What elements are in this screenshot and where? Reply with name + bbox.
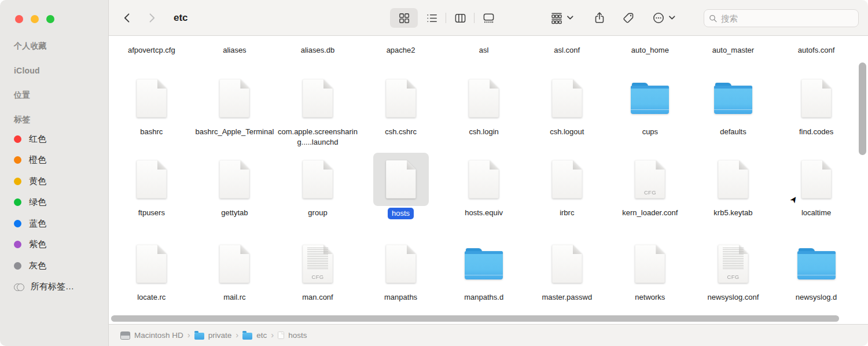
search-icon — [709, 14, 718, 23]
folded-corner-icon — [240, 79, 249, 89]
file-name: localtime — [801, 208, 831, 218]
file-item[interactable]: CFGman.conf — [276, 228, 359, 312]
file-name-text: csh.logout — [550, 127, 584, 136]
file-item[interactable]: master.passwd — [525, 228, 609, 312]
file-item[interactable]: manpaths.d — [442, 228, 525, 312]
file-item[interactable]: bashrc_Apple_Terminal — [193, 57, 277, 148]
file-item[interactable]: csh.cshrc — [359, 57, 443, 148]
search-input[interactable] — [721, 14, 854, 23]
file-icon — [801, 79, 832, 117]
file-item[interactable]: csh.login — [442, 57, 525, 148]
document-text-lines — [723, 248, 744, 270]
file-icon-wrap — [359, 237, 443, 290]
file-item[interactable]: krb5.keytab — [692, 143, 775, 228]
sidebar-section-icloud[interactable]: iCloud — [14, 66, 40, 75]
sidebar-tag-item[interactable]: 黄色 — [0, 171, 108, 192]
file-name: csh.cshrc — [385, 127, 417, 137]
file-name: master.passwd — [542, 292, 592, 303]
sidebar-tag-item[interactable]: 灰色 — [0, 255, 108, 277]
file-item[interactable]: com.apple.screensharing.....launchd — [276, 57, 359, 148]
sidebar-section-tags[interactable]: 标签 — [14, 115, 30, 125]
breadcrumb-item[interactable]: Macintosh HD — [120, 331, 183, 340]
folded-corner-icon — [573, 245, 582, 254]
file-name-text: aliases.db — [301, 46, 335, 54]
tag-color-dot-icon — [14, 198, 21, 206]
file-icon — [303, 79, 333, 117]
sidebar-tag-item[interactable]: 蓝色 — [0, 213, 108, 234]
search-field — [704, 9, 859, 27]
file-item[interactable]: CFGkern_loader.conf — [609, 143, 692, 228]
file-name: csh.login — [469, 127, 499, 137]
file-item[interactable]: ➤localtime — [775, 143, 858, 228]
icon-view-button[interactable] — [390, 8, 418, 28]
tag-label: 蓝色 — [29, 218, 46, 229]
file-item[interactable]: manpaths — [359, 228, 443, 312]
folder-body — [465, 251, 503, 279]
file-item[interactable]: auto_home — [609, 36, 692, 57]
file-item[interactable]: aliases — [193, 36, 277, 57]
column-view-button[interactable] — [446, 8, 474, 28]
close-button[interactable] — [15, 15, 23, 23]
breadcrumb-item[interactable]: etc — [242, 331, 267, 340]
file-item[interactable]: irbrc — [525, 143, 609, 228]
tags-button[interactable] — [617, 8, 640, 28]
file-item[interactable]: cups — [609, 57, 692, 148]
horizontal-scrollbar[interactable] — [111, 315, 839, 322]
sidebar-section-favorites[interactable]: 个人收藏 — [14, 41, 47, 51]
sidebar-tag-item[interactable]: 红色 — [0, 128, 108, 150]
folded-corner-icon — [240, 245, 249, 254]
file-item[interactable]: aliases.db — [276, 36, 359, 57]
sidebar-tag-item[interactable]: 绿色 — [0, 192, 108, 214]
file-icon: CFG — [718, 245, 748, 283]
file-item[interactable]: locate.rc — [110, 228, 193, 312]
back-chevron-icon — [122, 12, 133, 24]
folded-corner-icon — [822, 160, 832, 170]
file-item[interactable]: group — [276, 143, 359, 228]
folded-corner-icon — [822, 79, 832, 89]
list-view-icon — [426, 12, 438, 24]
file-item[interactable]: hosts.equiv — [442, 143, 525, 228]
sidebar-tag-item[interactable]: 橙色 — [0, 150, 108, 171]
file-item[interactable]: apache2 — [359, 36, 443, 57]
file-item[interactable]: auto_master — [692, 36, 775, 57]
file-name-text: asl.conf — [554, 46, 580, 54]
file-icon: CFG — [635, 160, 665, 198]
minimize-button[interactable] — [31, 15, 39, 23]
zoom-button[interactable] — [46, 15, 54, 23]
list-view-button[interactable] — [418, 8, 446, 28]
file-item[interactable]: gettytab — [193, 143, 277, 228]
file-item[interactable]: mail.rc — [193, 228, 277, 312]
breadcrumb-item[interactable]: hosts — [278, 331, 307, 340]
file-item[interactable]: find.codes — [775, 57, 858, 148]
share-button[interactable] — [588, 8, 611, 28]
file-item[interactable]: autofs.conf — [775, 36, 858, 57]
sidebar-section-locations[interactable]: 位置 — [14, 90, 30, 101]
file-name-text: newsyslog.conf — [708, 293, 759, 301]
file-item[interactable]: csh.logout — [525, 57, 609, 148]
tag-color-dot-icon — [14, 156, 21, 164]
sidebar-item-all-tags[interactable]: 所有标签… — [0, 277, 108, 298]
forward-button[interactable] — [142, 8, 161, 28]
group-by-button[interactable] — [544, 8, 580, 28]
folded-corner-icon — [573, 160, 582, 170]
file-item[interactable]: networks — [609, 228, 692, 312]
vertical-scrollbar[interactable] — [859, 62, 866, 155]
file-item[interactable]: afpovertcp.cfg — [110, 36, 193, 57]
file-icon — [469, 160, 499, 198]
more-options-button[interactable] — [646, 8, 682, 28]
file-name: bashrc — [140, 127, 163, 137]
back-button[interactable] — [118, 8, 137, 28]
file-item[interactable]: ftpusers — [110, 143, 193, 228]
file-item[interactable]: defaults — [692, 57, 775, 148]
file-item[interactable]: newsyslog.d — [775, 228, 858, 312]
file-grid-rows: afpovertcp.cfgaliasesaliases.dbapache2as… — [109, 36, 868, 312]
file-item[interactable]: hosts — [359, 143, 443, 228]
tag-color-dot-icon — [14, 241, 21, 248]
gallery-view-button[interactable] — [475, 8, 502, 28]
breadcrumb-item[interactable]: private — [194, 331, 232, 340]
file-item[interactable]: asl.conf — [525, 36, 609, 57]
file-item[interactable]: CFGnewsyslog.conf — [692, 228, 775, 312]
file-item[interactable]: asl — [442, 36, 525, 57]
sidebar-tag-item[interactable]: 紫色 — [0, 234, 108, 256]
file-item[interactable]: bashrc — [110, 57, 193, 148]
